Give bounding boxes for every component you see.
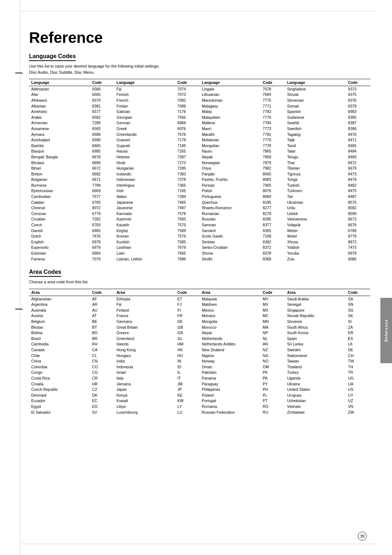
table-cell-name: Tigrinya xyxy=(285,171,346,177)
table-cell-code: 8979 xyxy=(346,250,370,256)
table-cell-name: Ecuador xyxy=(29,398,90,404)
table-cell-name: Korean xyxy=(114,233,175,239)
table-row: ColombiaCOIndonesiaIDOmanOMThailandTH xyxy=(29,364,370,370)
table-cell-code: 7378 xyxy=(175,177,200,183)
table-cell-name: Galician xyxy=(114,109,175,114)
table-cell-name: Burmese xyxy=(29,182,90,188)
table-cell-name: Russian Federation xyxy=(200,409,261,415)
table-cell-name: Croatian xyxy=(29,216,90,222)
table-cell-code: 6976 xyxy=(175,126,200,131)
table-cell-name: Japanese xyxy=(114,199,175,205)
table-row: ChileCLHungaryHUNigeriaNGSwitzerlandCH xyxy=(29,353,370,358)
table-cell-code: UA xyxy=(346,381,370,387)
language-codes-title: Language Codes xyxy=(29,53,76,61)
table-cell-code: ZW xyxy=(346,409,370,415)
table-cell-name: Greece xyxy=(114,330,175,336)
table-cell-code: 7784 xyxy=(261,120,285,126)
table-cell-code: 8368 xyxy=(261,256,285,262)
table-cell-name: Xhosa xyxy=(285,239,346,245)
table-cell-code: 6678 xyxy=(90,154,114,160)
table-cell-code: 8084 xyxy=(261,194,285,199)
table-cell-name: Singapore xyxy=(285,307,346,313)
table-cell-code: EG xyxy=(90,404,114,409)
table-cell-name: Faroese xyxy=(29,256,90,262)
table-cell-name: French xyxy=(114,97,175,103)
table-cell-code: 8375 xyxy=(346,92,370,98)
table-cell-name: Bhutan xyxy=(29,324,90,330)
table-cell-name: Greenland xyxy=(114,336,175,341)
table-cell-name: Japan xyxy=(114,386,175,392)
table-row: Estonian6984Latin7665Shona8378Yoruba8979 xyxy=(29,250,370,256)
table-row: Basque6985Hausa7265Nauru7865Tatar8484 xyxy=(29,149,370,154)
table-cell-code: 7778 xyxy=(261,143,285,149)
table-cell-code: UY xyxy=(346,392,370,398)
table-row: Assamese6583Greek6976Maori7773Swedish838… xyxy=(29,126,370,131)
table-cell-name: Australia xyxy=(29,307,90,313)
table-cell-name: Slovenia xyxy=(285,319,346,324)
table-cell-code: 8482 xyxy=(346,182,370,188)
table-cell-name: Slovak Republic xyxy=(285,313,346,319)
table-cell-name: Kazakh xyxy=(114,222,175,228)
table-row: Bihari6672Hungarian7285Oriya7982Tibetan6… xyxy=(29,165,370,171)
table-cell-code: 6983 xyxy=(346,109,370,114)
table-cell-name: Kenya xyxy=(114,392,175,398)
table-cell-name: Latin xyxy=(114,250,175,256)
table-cell-code: IN xyxy=(175,358,200,364)
table-cell-name: Libya xyxy=(114,404,175,409)
table-cell-name: Lingala xyxy=(200,86,261,92)
table-cell-code: 8472 xyxy=(346,160,370,166)
table-cell-code: 7679 xyxy=(175,245,200,251)
area-header-1: Area xyxy=(29,289,90,296)
table-cell-code: 7282 xyxy=(90,216,114,222)
table-cell-name: Thailand xyxy=(285,364,346,370)
table-cell-name: Maltese xyxy=(200,120,261,126)
table-cell-name: Austria xyxy=(29,313,90,319)
table-cell-code: HM xyxy=(175,341,200,347)
table-cell-code: DK xyxy=(90,392,114,398)
table-cell-code: 7383 xyxy=(175,171,200,177)
table-cell-code: 7185 xyxy=(175,143,200,149)
table-cell-code: SE xyxy=(346,347,370,353)
table-cell-code: CO xyxy=(90,364,114,370)
table-cell-name: Jamaica xyxy=(114,381,175,387)
table-row: Bhutani6890Hindi7273Norwegian7879Thai847… xyxy=(29,160,370,166)
table-cell-name: Portuguese xyxy=(200,194,261,199)
table-cell-name: Icelandic xyxy=(114,171,175,177)
table-row: BoliviaBOGreeceGRNepalNPSouth KoreaKR xyxy=(29,330,370,336)
table-cell-code: 6583 xyxy=(90,126,114,131)
table-cell-name: Cambodian xyxy=(29,194,90,199)
bottom-border-line xyxy=(20,544,377,544)
table-cell-name: Corsican xyxy=(29,211,90,216)
table-cell-code: 7578 xyxy=(175,211,200,216)
table-cell-name: Afrikaans xyxy=(29,97,90,103)
table-cell-code: 6565 xyxy=(90,92,114,98)
table-cell-code: NL xyxy=(261,336,285,341)
table-cell-code: SA xyxy=(346,296,370,301)
area-code-header-4: Code xyxy=(346,289,370,296)
table-cell-code: CG xyxy=(90,370,114,376)
table-cell-name: Finland xyxy=(114,307,175,313)
table-row: EgyptEGLibyaLYRomaniaROVietnamVN xyxy=(29,404,370,409)
table-cell-code: 8575 xyxy=(346,199,370,205)
table-row: Breton6682Icelandic7383Panjabi8065Tigrin… xyxy=(29,171,370,177)
table-cell-name: Netherlands xyxy=(200,336,261,341)
table-cell-code: 8385 xyxy=(346,114,370,120)
table-cell-name: Fiji xyxy=(114,302,175,308)
table-cell-name: Indonesian xyxy=(114,177,175,183)
area-table-header-row: Area Code Area Code Area Code Area Code xyxy=(29,289,370,296)
table-cell-code: RU xyxy=(261,409,285,415)
table-cell-code: 8065 xyxy=(261,171,285,177)
table-cell-code: 7365 xyxy=(175,182,200,188)
table-cell-code: NZ xyxy=(261,347,285,353)
table-cell-name: Italy xyxy=(114,375,175,381)
table-cell-code: LY xyxy=(175,404,200,409)
table-row: Chinese9072Javanese7487Rhaeto-Romance827… xyxy=(29,205,370,211)
table-row: Ameharic6577Galician7176Malay7783Spanish… xyxy=(29,109,370,114)
table-cell-code: MX xyxy=(261,307,285,313)
table-cell-name: Catalan xyxy=(29,199,90,205)
page-title: Reference xyxy=(29,29,370,46)
table-cell-name: Guarani xyxy=(114,137,175,143)
table-cell-code: 6789 xyxy=(346,228,370,234)
table-cell-code: SI xyxy=(346,319,370,324)
table-cell-name: Argentina xyxy=(29,302,90,308)
